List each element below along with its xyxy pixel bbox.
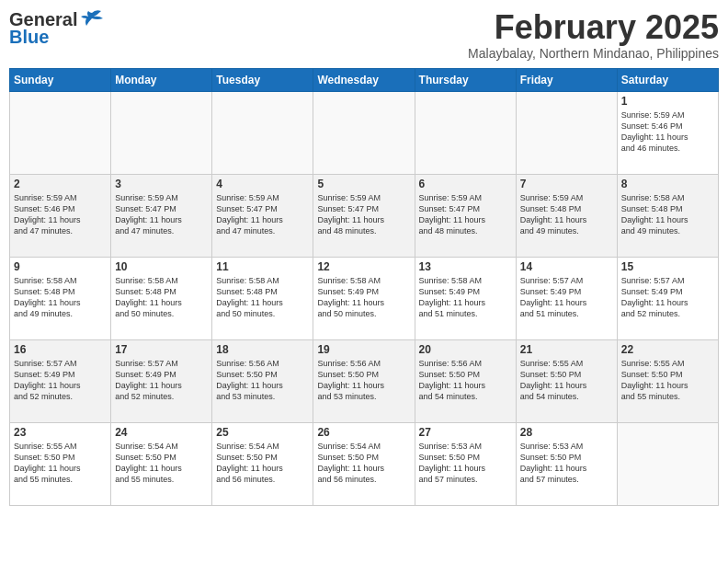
day-info: Sunrise: 5:57 AM Sunset: 5:49 PM Dayligh… [520,275,613,320]
day-info: Sunrise: 5:58 AM Sunset: 5:48 PM Dayligh… [216,275,309,320]
calendar-day-cell: 27Sunrise: 5:53 AM Sunset: 5:50 PM Dayli… [415,422,516,505]
day-number: 5 [317,178,410,190]
page-header: General Blue February 2025 Malaybalay, N… [9,9,719,61]
calendar-day-cell: 8Sunrise: 5:58 AM Sunset: 5:48 PM Daylig… [617,174,718,257]
calendar-week-row: 2Sunrise: 5:59 AM Sunset: 5:46 PM Daylig… [10,174,719,257]
weekday-header-wednesday: Wednesday [313,68,415,91]
day-info: Sunrise: 5:59 AM Sunset: 5:48 PM Dayligh… [520,192,613,237]
day-number: 21 [520,343,613,356]
day-number: 8 [621,178,714,190]
calendar-day-cell: 2Sunrise: 5:59 AM Sunset: 5:46 PM Daylig… [10,174,111,257]
day-info: Sunrise: 5:53 AM Sunset: 5:50 PM Dayligh… [419,441,512,486]
calendar-table: SundayMondayTuesdayWednesdayThursdayFrid… [9,68,719,506]
logo-bird-icon [79,9,105,29]
day-info: Sunrise: 5:58 AM Sunset: 5:49 PM Dayligh… [419,275,512,320]
day-number: 19 [317,343,410,356]
day-number: 7 [520,178,613,190]
day-info: Sunrise: 5:59 AM Sunset: 5:47 PM Dayligh… [419,192,512,237]
calendar-day-cell: 22Sunrise: 5:55 AM Sunset: 5:50 PM Dayli… [617,339,718,422]
day-number: 18 [216,343,309,356]
day-number: 1 [621,95,714,108]
day-number: 23 [14,426,107,439]
day-info: Sunrise: 5:58 AM Sunset: 5:48 PM Dayligh… [621,192,714,237]
calendar-day-cell: 1Sunrise: 5:59 AM Sunset: 5:46 PM Daylig… [617,91,718,174]
calendar-day-cell: 16Sunrise: 5:57 AM Sunset: 5:49 PM Dayli… [10,339,111,422]
day-info: Sunrise: 5:59 AM Sunset: 5:46 PM Dayligh… [621,109,714,155]
calendar-day-cell: 18Sunrise: 5:56 AM Sunset: 5:50 PM Dayli… [212,339,313,422]
title-area: February 2025 Malaybalay, Northern Minda… [468,9,719,61]
day-info: Sunrise: 5:55 AM Sunset: 5:50 PM Dayligh… [520,358,613,403]
location-subtitle: Malaybalay, Northern Mindanao, Philippin… [468,46,719,61]
day-info: Sunrise: 5:57 AM Sunset: 5:49 PM Dayligh… [621,275,714,320]
day-number: 24 [115,426,208,439]
day-info: Sunrise: 5:56 AM Sunset: 5:50 PM Dayligh… [317,358,410,403]
calendar-week-row: 16Sunrise: 5:57 AM Sunset: 5:49 PM Dayli… [10,339,719,422]
calendar-day-cell: 7Sunrise: 5:59 AM Sunset: 5:48 PM Daylig… [516,174,617,257]
day-number: 11 [216,260,309,273]
day-info: Sunrise: 5:56 AM Sunset: 5:50 PM Dayligh… [216,358,309,403]
weekday-header-monday: Monday [111,68,212,91]
calendar-day-cell: 14Sunrise: 5:57 AM Sunset: 5:49 PM Dayli… [516,257,617,339]
calendar-day-cell: 21Sunrise: 5:55 AM Sunset: 5:50 PM Dayli… [516,339,617,422]
day-number: 25 [216,426,309,439]
weekday-header-saturday: Saturday [617,68,718,91]
day-info: Sunrise: 5:59 AM Sunset: 5:47 PM Dayligh… [317,192,410,237]
calendar-day-cell: 5Sunrise: 5:59 AM Sunset: 5:47 PM Daylig… [313,174,415,257]
day-number: 17 [115,343,208,356]
calendar-day-cell: 15Sunrise: 5:57 AM Sunset: 5:49 PM Dayli… [617,257,718,339]
calendar-day-cell: 11Sunrise: 5:58 AM Sunset: 5:48 PM Dayli… [212,257,313,339]
day-number: 28 [520,426,613,439]
day-number: 16 [14,343,107,356]
calendar-day-cell: 19Sunrise: 5:56 AM Sunset: 5:50 PM Dayli… [313,339,415,422]
weekday-header-thursday: Thursday [415,68,516,91]
day-info: Sunrise: 5:54 AM Sunset: 5:50 PM Dayligh… [216,441,309,486]
day-info: Sunrise: 5:58 AM Sunset: 5:48 PM Dayligh… [115,275,208,320]
day-info: Sunrise: 5:59 AM Sunset: 5:47 PM Dayligh… [115,192,208,237]
weekday-header-sunday: Sunday [10,68,111,91]
calendar-day-cell: 20Sunrise: 5:56 AM Sunset: 5:50 PM Dayli… [415,339,516,422]
calendar-day-cell [111,91,212,174]
weekday-header-friday: Friday [516,68,617,91]
day-info: Sunrise: 5:54 AM Sunset: 5:50 PM Dayligh… [317,441,410,486]
day-info: Sunrise: 5:58 AM Sunset: 5:49 PM Dayligh… [317,275,410,320]
day-info: Sunrise: 5:59 AM Sunset: 5:47 PM Dayligh… [216,192,309,237]
calendar-day-cell: 24Sunrise: 5:54 AM Sunset: 5:50 PM Dayli… [111,422,212,505]
calendar-day-cell [313,91,415,174]
day-info: Sunrise: 5:53 AM Sunset: 5:50 PM Dayligh… [520,441,613,486]
calendar-day-cell [516,91,617,174]
calendar-week-row: 1Sunrise: 5:59 AM Sunset: 5:46 PM Daylig… [10,91,719,174]
month-year-title: February 2025 [468,9,719,46]
day-info: Sunrise: 5:56 AM Sunset: 5:50 PM Dayligh… [419,358,512,403]
logo: General Blue [9,9,105,46]
day-number: 3 [115,178,208,190]
day-number: 10 [115,260,208,273]
calendar-day-cell: 23Sunrise: 5:55 AM Sunset: 5:50 PM Dayli… [10,422,111,505]
day-number: 14 [520,260,613,273]
calendar-day-cell: 25Sunrise: 5:54 AM Sunset: 5:50 PM Dayli… [212,422,313,505]
day-info: Sunrise: 5:54 AM Sunset: 5:50 PM Dayligh… [115,441,208,486]
day-number: 20 [419,343,512,356]
weekday-header-tuesday: Tuesday [212,68,313,91]
calendar-day-cell: 6Sunrise: 5:59 AM Sunset: 5:47 PM Daylig… [415,174,516,257]
logo-text-general: General [9,10,77,29]
calendar-header-row: SundayMondayTuesdayWednesdayThursdayFrid… [10,68,719,91]
day-info: Sunrise: 5:55 AM Sunset: 5:50 PM Dayligh… [621,358,714,403]
day-info: Sunrise: 5:58 AM Sunset: 5:48 PM Dayligh… [14,275,107,320]
day-info: Sunrise: 5:55 AM Sunset: 5:50 PM Dayligh… [14,441,107,486]
calendar-day-cell: 9Sunrise: 5:58 AM Sunset: 5:48 PM Daylig… [10,257,111,339]
day-number: 27 [419,426,512,439]
day-number: 13 [419,260,512,273]
calendar-week-row: 9Sunrise: 5:58 AM Sunset: 5:48 PM Daylig… [10,257,719,339]
calendar-day-cell: 26Sunrise: 5:54 AM Sunset: 5:50 PM Dayli… [313,422,415,505]
day-number: 4 [216,178,309,190]
calendar-day-cell: 10Sunrise: 5:58 AM Sunset: 5:48 PM Dayli… [111,257,212,339]
day-number: 12 [317,260,410,273]
day-info: Sunrise: 5:57 AM Sunset: 5:49 PM Dayligh… [14,358,107,403]
calendar-week-row: 23Sunrise: 5:55 AM Sunset: 5:50 PM Dayli… [10,422,719,505]
calendar-day-cell [415,91,516,174]
logo-text-blue: Blue [9,28,49,46]
calendar-day-cell: 28Sunrise: 5:53 AM Sunset: 5:50 PM Dayli… [516,422,617,505]
day-number: 2 [14,178,107,190]
day-number: 22 [621,343,714,356]
calendar-day-cell: 3Sunrise: 5:59 AM Sunset: 5:47 PM Daylig… [111,174,212,257]
